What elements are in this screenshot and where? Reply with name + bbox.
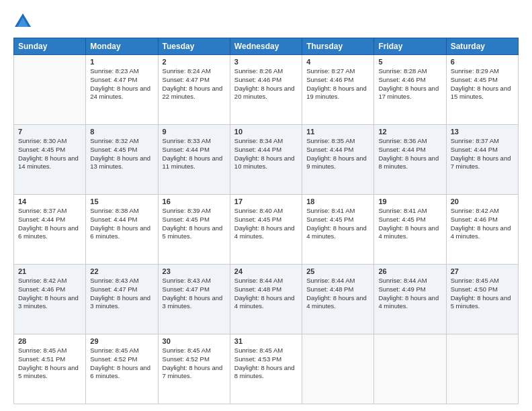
calendar-cell: 29Sunrise: 8:45 AMSunset: 4:52 PMDayligh… xyxy=(86,334,158,404)
day-number: 2 xyxy=(163,58,226,66)
cell-info: Sunrise: 8:28 AMSunset: 4:46 PMDaylight:… xyxy=(378,67,441,101)
day-number: 7 xyxy=(18,128,81,136)
cell-info: Sunrise: 8:37 AMSunset: 4:44 PMDaylight:… xyxy=(18,207,81,241)
calendar-cell: 27Sunrise: 8:45 AMSunset: 4:50 PMDayligh… xyxy=(446,265,518,334)
cell-info: Sunrise: 8:34 AMSunset: 4:44 PMDaylight:… xyxy=(234,137,298,171)
day-number: 23 xyxy=(163,267,226,275)
calendar-cell: 12Sunrise: 8:36 AMSunset: 4:44 PMDayligh… xyxy=(374,125,446,195)
cell-info: Sunrise: 8:42 AMSunset: 4:46 PMDaylight:… xyxy=(451,207,514,241)
day-number: 26 xyxy=(378,267,441,275)
day-number: 3 xyxy=(234,58,298,66)
cell-info: Sunrise: 8:41 AMSunset: 4:45 PMDaylight:… xyxy=(378,207,441,241)
cell-info: Sunrise: 8:42 AMSunset: 4:46 PMDaylight:… xyxy=(18,277,81,311)
calendar-cell: 15Sunrise: 8:38 AMSunset: 4:44 PMDayligh… xyxy=(86,195,158,265)
day-number: 4 xyxy=(306,58,369,66)
cell-info: Sunrise: 8:45 AMSunset: 4:52 PMDaylight:… xyxy=(163,347,226,381)
calendar-header: SundayMondayTuesdayWednesdayThursdayFrid… xyxy=(14,38,519,55)
logo xyxy=(13,12,35,31)
calendar-cell: 31Sunrise: 8:45 AMSunset: 4:53 PMDayligh… xyxy=(230,334,302,404)
cell-info: Sunrise: 8:26 AMSunset: 4:46 PMDaylight:… xyxy=(234,67,298,101)
cell-info: Sunrise: 8:43 AMSunset: 4:47 PMDaylight:… xyxy=(163,277,226,311)
day-number: 6 xyxy=(451,58,514,66)
calendar-cell: 19Sunrise: 8:41 AMSunset: 4:45 PMDayligh… xyxy=(374,195,446,265)
cell-info: Sunrise: 8:23 AMSunset: 4:47 PMDaylight:… xyxy=(90,67,153,101)
calendar-cell: 11Sunrise: 8:35 AMSunset: 4:44 PMDayligh… xyxy=(302,125,374,195)
day-number: 12 xyxy=(378,128,441,136)
cell-info: Sunrise: 8:33 AMSunset: 4:44 PMDaylight:… xyxy=(163,137,226,171)
cell-info: Sunrise: 8:45 AMSunset: 4:52 PMDaylight:… xyxy=(90,347,153,381)
day-number: 11 xyxy=(306,128,369,136)
weekday-header-friday: Friday xyxy=(374,38,446,55)
calendar-cell: 16Sunrise: 8:39 AMSunset: 4:45 PMDayligh… xyxy=(158,195,230,265)
calendar-table: SundayMondayTuesdayWednesdayThursdayFrid… xyxy=(13,38,519,404)
header xyxy=(13,12,519,31)
calendar-cell: 3Sunrise: 8:26 AMSunset: 4:46 PMDaylight… xyxy=(230,55,302,125)
calendar-cell: 28Sunrise: 8:45 AMSunset: 4:51 PMDayligh… xyxy=(14,334,86,404)
calendar-week-1: 1Sunrise: 8:23 AMSunset: 4:47 PMDaylight… xyxy=(14,55,519,125)
day-number: 31 xyxy=(234,337,298,345)
cell-info: Sunrise: 8:24 AMSunset: 4:47 PMDaylight:… xyxy=(163,67,226,101)
calendar-cell: 5Sunrise: 8:28 AMSunset: 4:46 PMDaylight… xyxy=(374,55,446,125)
cell-info: Sunrise: 8:45 AMSunset: 4:50 PMDaylight:… xyxy=(451,277,514,311)
day-number: 27 xyxy=(451,267,514,275)
cell-info: Sunrise: 8:44 AMSunset: 4:49 PMDaylight:… xyxy=(378,277,441,311)
weekday-header-saturday: Saturday xyxy=(446,38,518,55)
cell-info: Sunrise: 8:35 AMSunset: 4:44 PMDaylight:… xyxy=(306,137,369,171)
cell-info: Sunrise: 8:43 AMSunset: 4:47 PMDaylight:… xyxy=(90,277,153,311)
day-number: 28 xyxy=(18,337,81,345)
weekday-row: SundayMondayTuesdayWednesdayThursdayFrid… xyxy=(14,38,519,55)
day-number: 19 xyxy=(378,197,441,205)
day-number: 30 xyxy=(163,337,226,345)
calendar-week-4: 21Sunrise: 8:42 AMSunset: 4:46 PMDayligh… xyxy=(14,265,519,334)
day-number: 22 xyxy=(90,267,153,275)
calendar-week-2: 7Sunrise: 8:30 AMSunset: 4:45 PMDaylight… xyxy=(14,125,519,195)
day-number: 8 xyxy=(90,128,153,136)
cell-info: Sunrise: 8:29 AMSunset: 4:45 PMDaylight:… xyxy=(451,67,514,101)
cell-info: Sunrise: 8:41 AMSunset: 4:45 PMDaylight:… xyxy=(306,207,369,241)
weekday-header-thursday: Thursday xyxy=(302,38,374,55)
calendar-cell: 1Sunrise: 8:23 AMSunset: 4:47 PMDaylight… xyxy=(86,55,158,125)
cell-info: Sunrise: 8:32 AMSunset: 4:45 PMDaylight:… xyxy=(90,137,153,171)
calendar-cell: 17Sunrise: 8:40 AMSunset: 4:45 PMDayligh… xyxy=(230,195,302,265)
cell-info: Sunrise: 8:38 AMSunset: 4:44 PMDaylight:… xyxy=(90,207,153,241)
calendar-cell: 2Sunrise: 8:24 AMSunset: 4:47 PMDaylight… xyxy=(158,55,230,125)
calendar-cell: 26Sunrise: 8:44 AMSunset: 4:49 PMDayligh… xyxy=(374,265,446,334)
calendar-cell: 25Sunrise: 8:44 AMSunset: 4:48 PMDayligh… xyxy=(302,265,374,334)
day-number: 25 xyxy=(306,267,369,275)
day-number: 15 xyxy=(90,197,153,205)
calendar-cell: 22Sunrise: 8:43 AMSunset: 4:47 PMDayligh… xyxy=(86,265,158,334)
calendar-cell xyxy=(446,334,518,404)
calendar-cell: 21Sunrise: 8:42 AMSunset: 4:46 PMDayligh… xyxy=(14,265,86,334)
calendar-week-3: 14Sunrise: 8:37 AMSunset: 4:44 PMDayligh… xyxy=(14,195,519,265)
weekday-header-sunday: Sunday xyxy=(14,38,86,55)
day-number: 10 xyxy=(234,128,298,136)
day-number: 20 xyxy=(451,197,514,205)
day-number: 17 xyxy=(234,197,298,205)
calendar-cell: 30Sunrise: 8:45 AMSunset: 4:52 PMDayligh… xyxy=(158,334,230,404)
cell-info: Sunrise: 8:40 AMSunset: 4:45 PMDaylight:… xyxy=(234,207,298,241)
calendar-cell: 20Sunrise: 8:42 AMSunset: 4:46 PMDayligh… xyxy=(446,195,518,265)
cell-info: Sunrise: 8:30 AMSunset: 4:45 PMDaylight:… xyxy=(18,137,81,171)
calendar-cell: 24Sunrise: 8:44 AMSunset: 4:48 PMDayligh… xyxy=(230,265,302,334)
calendar-cell: 9Sunrise: 8:33 AMSunset: 4:44 PMDaylight… xyxy=(158,125,230,195)
cell-info: Sunrise: 8:36 AMSunset: 4:44 PMDaylight:… xyxy=(378,137,441,171)
cell-info: Sunrise: 8:39 AMSunset: 4:45 PMDaylight:… xyxy=(163,207,226,241)
logo-icon xyxy=(13,12,32,31)
cell-info: Sunrise: 8:45 AMSunset: 4:53 PMDaylight:… xyxy=(234,347,298,381)
cell-info: Sunrise: 8:44 AMSunset: 4:48 PMDaylight:… xyxy=(306,277,369,311)
day-number: 5 xyxy=(378,58,441,66)
cell-info: Sunrise: 8:44 AMSunset: 4:48 PMDaylight:… xyxy=(234,277,298,311)
calendar-cell: 4Sunrise: 8:27 AMSunset: 4:46 PMDaylight… xyxy=(302,55,374,125)
calendar-cell xyxy=(374,334,446,404)
calendar-cell: 7Sunrise: 8:30 AMSunset: 4:45 PMDaylight… xyxy=(14,125,86,195)
cell-info: Sunrise: 8:27 AMSunset: 4:46 PMDaylight:… xyxy=(306,67,369,101)
day-number: 21 xyxy=(18,267,81,275)
day-number: 1 xyxy=(90,58,153,66)
day-number: 13 xyxy=(451,128,514,136)
day-number: 18 xyxy=(306,197,369,205)
day-number: 14 xyxy=(18,197,81,205)
calendar-cell: 10Sunrise: 8:34 AMSunset: 4:44 PMDayligh… xyxy=(230,125,302,195)
day-number: 29 xyxy=(90,337,153,345)
day-number: 16 xyxy=(163,197,226,205)
weekday-header-monday: Monday xyxy=(86,38,158,55)
